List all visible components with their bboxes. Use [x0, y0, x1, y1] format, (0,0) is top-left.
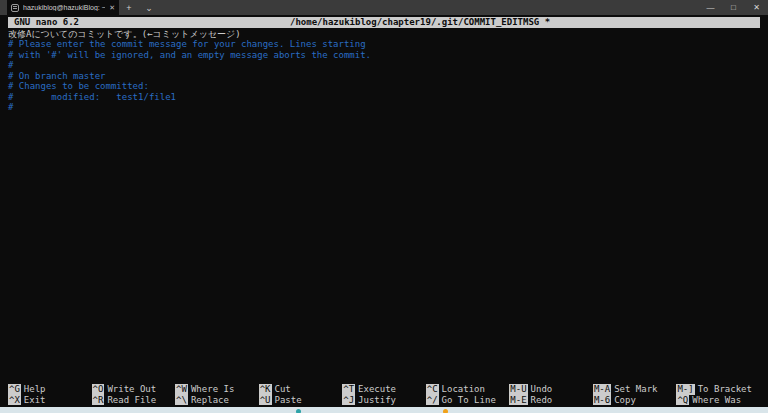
- shortcut-key: ^J: [342, 395, 355, 406]
- shortcut-key: ^C: [426, 384, 439, 395]
- shortcut-label: Where Is: [188, 384, 234, 394]
- shortcut-label: Set Mark: [611, 384, 657, 394]
- shortcut-where-was[interactable]: ^QWhere Was: [676, 395, 760, 406]
- shortcut-copy[interactable]: M-6Copy: [593, 395, 677, 406]
- shortcut-label: Undo: [528, 384, 553, 394]
- comment-line: #: [8, 102, 760, 113]
- tab-title: hazukiblog@hazukiBlog: ~/ch: [23, 4, 105, 11]
- shortcut-key: M-U: [509, 384, 527, 395]
- shortcut-key: ^/: [426, 395, 439, 406]
- nano-shortcut-bar: ^GHelp ^OWrite Out ^WWhere Is ^KCut ^TEx…: [8, 384, 760, 405]
- shortcut-execute[interactable]: ^TExecute: [342, 384, 426, 395]
- shortcut-key: M-A: [593, 384, 611, 395]
- comment-line: # modified: test1/file1: [8, 92, 760, 103]
- shortcut-label: Location: [439, 384, 485, 394]
- shortcut-key: ^W: [175, 384, 188, 395]
- shortcut-key: ^T: [342, 384, 355, 395]
- shortcut-read-file[interactable]: ^RRead File: [92, 395, 176, 406]
- shortcut-label: Execute: [355, 384, 396, 394]
- shortcut-key: ^R: [92, 395, 105, 406]
- shortcut-label: Replace: [188, 395, 229, 405]
- shortcut-undo[interactable]: M-UUndo: [509, 384, 593, 395]
- tab-dropdown-button[interactable]: ⌄: [139, 0, 159, 15]
- shortcut-key: ^X: [8, 395, 21, 406]
- window-titlebar: hazukiblog@hazukiBlog: ~/ch ✕ + ⌄ — □ ✕: [0, 0, 768, 15]
- new-tab-button[interactable]: +: [119, 0, 139, 15]
- close-button[interactable]: ✕: [745, 0, 768, 15]
- shortcut-label: Read File: [104, 395, 156, 405]
- shortcut-label: To Bracket: [695, 384, 752, 394]
- shortcut-paste[interactable]: ^UPaste: [259, 395, 343, 406]
- taskbar-app-icon[interactable]: [443, 409, 448, 413]
- shortcut-label: Where Was: [689, 395, 741, 405]
- shortcut-key: ^Q: [676, 395, 689, 406]
- wsl-terminal-icon: [11, 4, 19, 12]
- shortcut-go-to-line[interactable]: ^/Go To Line: [426, 395, 510, 406]
- shortcut-label: Copy: [611, 395, 636, 405]
- shortcut-key: ^K: [259, 384, 272, 395]
- shortcut-label: Write Out: [104, 384, 156, 394]
- shortcut-label: Help: [21, 384, 46, 394]
- comment-line: # On branch master: [8, 71, 760, 82]
- shortcut-where-is[interactable]: ^WWhere Is: [175, 384, 259, 395]
- terminal-pane[interactable]: GNU nano 6.2 /home/hazukiblog/chapter19/…: [0, 15, 768, 407]
- terminal-empty-area: [8, 113, 760, 385]
- shortcut-key: M-]: [676, 384, 694, 395]
- nano-edit-buffer[interactable]: 改修Aについてのコミットです。(←コミットメッセージ) # Please ent…: [8, 29, 760, 113]
- shortcut-key: M-6: [593, 395, 611, 406]
- commit-message-line: 改修Aについてのコミットです。(←コミットメッセージ): [8, 29, 760, 40]
- comment-line: # with '#' will be ignored, and an empty…: [8, 50, 760, 61]
- shortcut-label: Exit: [21, 395, 46, 405]
- minimize-button[interactable]: —: [699, 0, 722, 15]
- comment-line: # Changes to be committed:: [8, 81, 760, 92]
- shortcut-location[interactable]: ^CLocation: [426, 384, 510, 395]
- shortcut-label: Redo: [528, 395, 553, 405]
- nano-version-label: GNU nano 6.2: [14, 17, 79, 28]
- shortcut-replace[interactable]: ^\Replace: [175, 395, 259, 406]
- shortcut-key: ^O: [92, 384, 105, 395]
- shortcut-justify[interactable]: ^JJustify: [342, 395, 426, 406]
- maximize-button[interactable]: □: [722, 0, 745, 15]
- window-controls: — □ ✕: [699, 0, 768, 15]
- taskbar-app-icon[interactable]: [296, 409, 301, 413]
- terminal-tab[interactable]: hazukiblog@hazukiBlog: ~/ch ✕: [7, 0, 119, 15]
- shortcut-key: M-E: [509, 395, 527, 406]
- shortcut-help[interactable]: ^GHelp: [8, 384, 92, 395]
- shortcut-label: Paste: [272, 395, 302, 405]
- tab-close-icon[interactable]: ✕: [109, 4, 115, 12]
- shortcut-label: Go To Line: [439, 395, 496, 405]
- shortcut-key: ^U: [259, 395, 272, 406]
- shortcut-cut[interactable]: ^KCut: [259, 384, 343, 395]
- shortcut-key: ^\: [175, 395, 188, 406]
- comment-line: # Please enter the commit message for yo…: [8, 39, 760, 50]
- shortcut-key: ^G: [8, 384, 21, 395]
- nano-filename-label: /home/hazukiblog/chapter19/.git/COMMIT_E…: [290, 17, 550, 28]
- shortcut-label: Cut: [272, 384, 291, 394]
- nano-titlebar: GNU nano 6.2 /home/hazukiblog/chapter19/…: [8, 17, 760, 28]
- shortcut-write-out[interactable]: ^OWrite Out: [92, 384, 176, 395]
- shortcut-to-bracket[interactable]: M-]To Bracket: [676, 384, 760, 395]
- shortcut-redo[interactable]: M-ERedo: [509, 395, 593, 406]
- shortcut-label: Justify: [355, 395, 396, 405]
- comment-line: #: [8, 60, 760, 71]
- shortcut-exit[interactable]: ^XExit: [8, 395, 92, 406]
- windows-taskbar-edge: [0, 407, 768, 413]
- shortcut-set-mark[interactable]: M-ASet Mark: [593, 384, 677, 395]
